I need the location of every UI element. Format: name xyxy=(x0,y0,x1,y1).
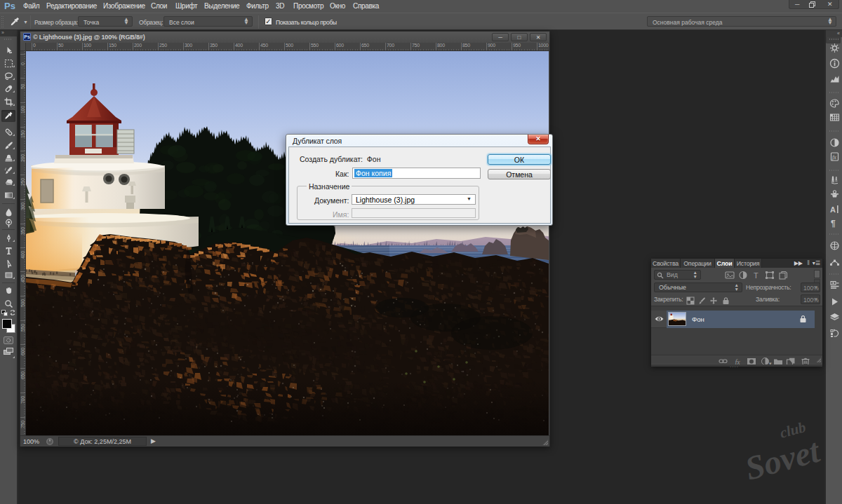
svg-text:T: T xyxy=(754,271,759,280)
svg-text:club: club xyxy=(778,418,808,442)
svg-text:Sovet: Sovet xyxy=(741,431,824,486)
svg-text:A: A xyxy=(830,205,836,214)
svg-text:¶: ¶ xyxy=(831,219,836,229)
svg-text:fx: fx xyxy=(832,154,836,161)
